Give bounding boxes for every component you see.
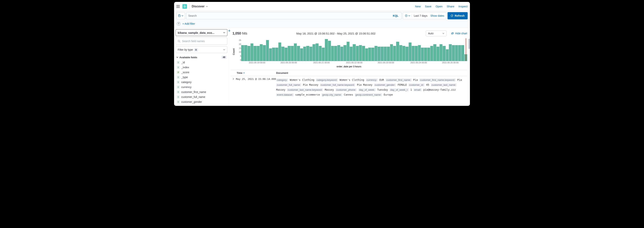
save-link[interactable]: Save <box>425 5 432 8</box>
histogram-bar[interactable] <box>310 47 312 61</box>
histogram-bar[interactable] <box>285 48 288 61</box>
histogram-bar[interactable] <box>449 44 452 61</box>
refresh-button[interactable]: Refresh <box>448 12 468 19</box>
histogram-bar[interactable] <box>452 45 455 61</box>
histogram-bar[interactable] <box>356 46 359 61</box>
histogram-bar[interactable] <box>331 46 334 61</box>
histogram-bar[interactable] <box>353 44 356 61</box>
field-item[interactable]: tcustomer_full_name <box>176 94 227 100</box>
histogram-bar[interactable] <box>269 48 272 61</box>
add-filter-button[interactable]: + Add filter <box>182 22 195 25</box>
histogram-bar[interactable] <box>362 46 365 61</box>
field-item[interactable]: t_id <box>176 60 227 65</box>
histogram-bar[interactable] <box>272 48 275 61</box>
histogram-bar[interactable] <box>328 41 331 61</box>
app-logo[interactable]: D <box>182 4 187 9</box>
histogram-bar[interactable] <box>322 48 325 61</box>
histogram-bar[interactable] <box>442 46 446 61</box>
histogram-bar[interactable] <box>406 47 408 61</box>
share-link[interactable]: Share <box>447 5 454 8</box>
histogram-bar[interactable] <box>303 47 306 61</box>
histogram-bar[interactable] <box>387 47 390 61</box>
hide-chart-button[interactable]: Hide chart <box>451 32 467 35</box>
histogram-chart[interactable]: Count 2520151050 2021-05-19 00:002021-05… <box>230 38 467 65</box>
histogram-bar[interactable] <box>399 45 402 61</box>
histogram-bar[interactable] <box>418 45 421 61</box>
open-link[interactable]: Open <box>436 5 442 8</box>
field-item[interactable]: tcustomer_gender <box>176 100 227 104</box>
histogram-bar[interactable] <box>248 46 250 61</box>
histogram-bar[interactable] <box>446 49 449 61</box>
histogram-bar[interactable] <box>334 46 337 61</box>
histogram-bar[interactable] <box>374 46 377 61</box>
histogram-bar[interactable] <box>371 48 374 61</box>
histogram-bar[interactable] <box>436 47 440 61</box>
quick-select[interactable] <box>405 14 412 17</box>
histogram-bar[interactable] <box>380 47 384 61</box>
histogram-bar[interactable] <box>458 45 461 61</box>
interval-select[interactable]: Auto <box>426 30 446 36</box>
histogram-bar[interactable] <box>440 44 442 61</box>
histogram-bar[interactable] <box>260 44 263 61</box>
time-picker[interactable]: Last 7 days Show dates <box>403 12 446 19</box>
show-dates-button[interactable]: Show dates <box>428 14 444 17</box>
histogram-bar[interactable] <box>250 44 253 61</box>
histogram-bar[interactable] <box>288 46 290 61</box>
available-fields-header[interactable]: Available fields 49 <box>176 55 227 60</box>
histogram-bar[interactable] <box>424 48 427 61</box>
index-pattern-select[interactable]: kibana_sample_data_eco... <box>176 29 227 36</box>
histogram-bar[interactable] <box>455 45 458 61</box>
histogram-bar[interactable] <box>300 48 303 61</box>
histogram-bar[interactable] <box>306 46 309 61</box>
histogram-bar[interactable] <box>319 46 322 61</box>
histogram-bar[interactable] <box>282 47 284 61</box>
histogram-bar[interactable] <box>244 45 247 61</box>
histogram-bar[interactable] <box>421 48 424 61</box>
expand-row-icon[interactable] <box>230 78 236 97</box>
histogram-bar[interactable] <box>337 45 340 61</box>
histogram-bar[interactable] <box>430 46 433 61</box>
field-search-input[interactable]: Search field names <box>176 38 227 45</box>
menu-icon[interactable] <box>176 5 180 8</box>
kql-toggle[interactable]: KQL <box>393 14 398 17</box>
histogram-bar[interactable] <box>402 46 405 61</box>
filter-by-type[interactable]: Filter by type0 <box>176 46 227 53</box>
histogram-bar[interactable] <box>275 48 278 61</box>
histogram-bar[interactable] <box>294 44 297 61</box>
field-item[interactable]: #_score <box>176 70 227 75</box>
histogram-bar[interactable] <box>461 45 464 61</box>
histogram-bar[interactable] <box>241 45 244 61</box>
histogram-bar[interactable] <box>409 42 412 61</box>
inspect-link[interactable]: Inspect <box>458 5 468 8</box>
histogram-bar[interactable] <box>278 42 281 61</box>
histogram-bar[interactable] <box>254 46 256 61</box>
histogram-bar[interactable] <box>396 42 399 61</box>
field-item[interactable]: t_type <box>176 75 227 80</box>
histogram-bar[interactable] <box>390 44 393 61</box>
histogram-bar[interactable] <box>344 45 346 61</box>
histogram-bar[interactable] <box>297 46 300 61</box>
histogram-bar[interactable] <box>347 42 350 61</box>
breadcrumb[interactable]: Discover <box>192 5 208 8</box>
field-item[interactable]: tcategory <box>176 80 227 84</box>
histogram-bar[interactable] <box>350 47 352 61</box>
histogram-bar[interactable] <box>312 44 315 61</box>
histogram-bar[interactable] <box>340 47 343 61</box>
column-time[interactable]: Time <box>236 72 276 74</box>
histogram-bar[interactable] <box>384 47 387 61</box>
field-item[interactable]: tcurrency <box>176 84 227 90</box>
histogram-bar[interactable] <box>368 48 371 61</box>
scrollbar[interactable] <box>468 39 470 49</box>
saved-query-button[interactable] <box>176 12 185 19</box>
histogram-bar[interactable] <box>359 45 362 61</box>
histogram-bar[interactable] <box>427 48 430 61</box>
histogram-bar[interactable] <box>365 48 368 61</box>
histogram-bar[interactable] <box>257 46 260 61</box>
histogram-bar[interactable] <box>263 45 266 61</box>
histogram-bar[interactable] <box>325 39 328 61</box>
histogram-bar[interactable] <box>393 46 396 61</box>
search-input[interactable]: Search KQL <box>186 12 402 19</box>
column-document[interactable]: Document <box>276 72 467 74</box>
histogram-bar[interactable] <box>291 46 294 61</box>
histogram-bar[interactable] <box>433 44 436 61</box>
